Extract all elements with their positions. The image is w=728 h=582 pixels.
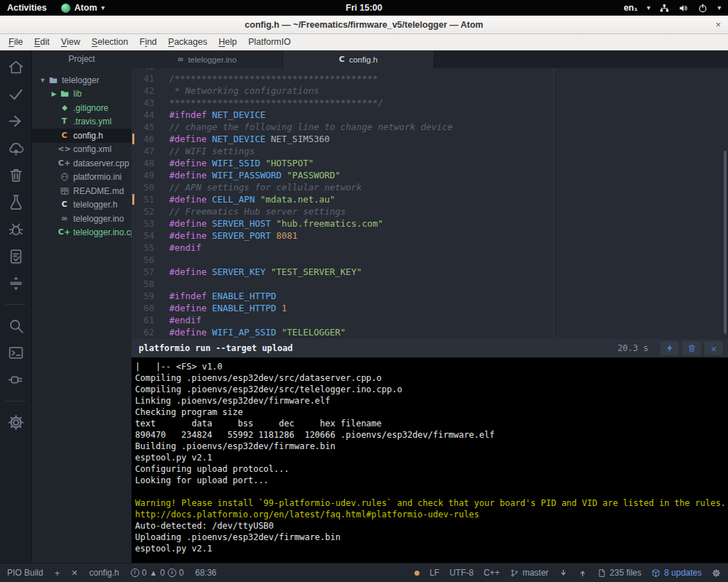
terminal-icon[interactable]: [7, 344, 25, 362]
power-icon[interactable]: [697, 3, 708, 14]
cursor-position[interactable]: 68:36: [196, 568, 217, 578]
line-number: 53: [132, 217, 166, 230]
menu-item-file[interactable]: File: [3, 34, 28, 50]
close-terminal-button[interactable]: ✕: [71, 568, 77, 578]
close-window-button[interactable]: ×: [715, 16, 721, 33]
line-number: 44: [132, 109, 166, 121]
add-terminal-button[interactable]: +: [55, 568, 60, 578]
tab-config.h[interactable]: C config.h: [283, 50, 434, 68]
file-icon: [597, 568, 606, 578]
current-file-name[interactable]: config.h: [90, 568, 119, 578]
tree-item-config.h[interactable]: C config.h: [32, 129, 132, 143]
line-number: 54: [132, 230, 166, 242]
checks-icon[interactable]: [7, 247, 25, 265]
remote-icon[interactable]: [7, 139, 25, 157]
terminal-close-button[interactable]: ✕: [705, 341, 723, 355]
tree-item-config.xml[interactable]: <> config.xml: [32, 143, 132, 157]
diagnostics-summary[interactable]: ! 0 ▲ 0 i 0: [131, 568, 184, 578]
test-icon[interactable]: [7, 193, 25, 211]
menu-item-view[interactable]: View: [55, 34, 86, 50]
platformio-toolbar: [0, 50, 32, 563]
menu-item-platformio[interactable]: PlatformIO: [242, 34, 296, 50]
git-modified-marker: [132, 134, 134, 144]
menu-item-find[interactable]: Find: [134, 34, 162, 50]
line-number: 61: [132, 314, 166, 326]
terminal-line: | |-- <FS> v1.0: [135, 361, 728, 372]
keyboard-layout[interactable]: en₁: [623, 3, 638, 13]
upload-icon[interactable]: [7, 112, 25, 130]
menu-item-help[interactable]: Help: [213, 34, 242, 50]
gnome-top-bar: Activities Atom ▾ Fri 15:00 en₁ ▾ ▾: [0, 0, 728, 16]
git-modified-marker: [132, 194, 134, 205]
file-count[interactable]: 235 files: [597, 568, 642, 578]
home-icon[interactable]: [7, 58, 25, 76]
line-ending-selector[interactable]: LF: [429, 568, 439, 578]
terminal-line: Warning! Please install `99-platformio-u…: [135, 497, 728, 509]
menu-item-packages[interactable]: Packages: [163, 34, 213, 50]
menu-item-edit[interactable]: Edit: [28, 34, 55, 50]
build-icon[interactable]: [7, 85, 25, 103]
resize-icon[interactable]: [7, 274, 25, 292]
grammar-selector[interactable]: C++: [483, 568, 500, 578]
tree-item-.gitignore[interactable]: .gitignore: [32, 101, 132, 115]
window-title-bar[interactable]: config.h — ~/Freematics/firmware_v5/tele…: [0, 16, 728, 34]
terminal-line: Compiling .pioenvs/esp32dev/src/dataserv…: [135, 372, 728, 384]
tree-item-.travis.yml[interactable]: T .travis.yml: [32, 115, 132, 129]
git-branch[interactable]: master: [510, 568, 549, 578]
terminal-selector[interactable]: PIO Build: [7, 568, 43, 578]
terminal-trash-button[interactable]: [682, 341, 701, 355]
tree-item-platformio.ini[interactable]: platformio.ini: [32, 171, 132, 185]
md-file-icon: [59, 186, 70, 196]
terminal-line: Auto-detected: /dev/ttyUSB0: [135, 520, 728, 532]
settings-icon[interactable]: [7, 414, 25, 431]
chevron-down-icon: ▾: [102, 4, 105, 11]
tree-item-dataserver.cpp[interactable]: C+ dataserver.cpp: [32, 156, 132, 171]
menu-item-selection[interactable]: Selection: [86, 34, 134, 50]
status-bar: PIO Build + ✕ config.h ! 0 ▲ 0 i 0 68:36…: [0, 563, 728, 582]
activities-button[interactable]: Activities: [7, 3, 47, 13]
terminal-output[interactable]: | |-- <FS> v1.0Compiling .pioenvs/esp32d…: [132, 357, 728, 563]
git-pull-icon[interactable]: [559, 568, 568, 578]
line-number: 47: [132, 145, 166, 157]
updates-button[interactable]: 8 updates: [651, 568, 702, 578]
terminal-bolt-button[interactable]: [660, 341, 679, 355]
c-file-icon: C: [59, 200, 70, 210]
line-number: 48: [132, 157, 166, 169]
error-icon: !: [131, 568, 139, 577]
code-line-45: 45 // change the following line to chang…: [132, 121, 728, 133]
clean-icon[interactable]: [7, 166, 25, 184]
search-icon[interactable]: [7, 317, 25, 335]
line-number: 50: [132, 181, 166, 193]
tree-item-lib[interactable]: ▶ lib: [32, 87, 132, 102]
tab-telelogger.ino[interactable]: ∞ telelogger.ino: [132, 50, 283, 68]
branch-icon: [510, 568, 519, 578]
code-line-54: 54 #define SERVER_PORT 8081: [132, 230, 728, 242]
tree-item-telelogger[interactable]: ▼ telelogger: [32, 73, 132, 87]
line-number: 42: [132, 85, 166, 97]
line-number: 51: [132, 193, 166, 205]
terminal-line: Configuring upload protocol...: [135, 463, 728, 475]
code-editor[interactable]: 40 41 /*********************************…: [132, 68, 728, 339]
system-tray[interactable]: en₁ ▾ ▾: [623, 3, 728, 14]
window-title: config.h — ~/Freematics/firmware_v5/tele…: [0, 20, 728, 30]
chevron-down-icon: ▾: [717, 4, 721, 11]
settings-gear-icon[interactable]: [712, 568, 721, 578]
tree-item-telelogger.ino.cpp[interactable]: C+ telelogger.ino.cpp: [32, 226, 132, 240]
tree-item-telelogger.ino[interactable]: ∞ telelogger.ino: [32, 212, 132, 226]
encoding-selector[interactable]: UTF-8: [449, 568, 473, 578]
tree-item-telelogger.h[interactable]: C telelogger.h: [32, 198, 132, 212]
code-line-60: 60 #define ENABLE_HTTPD 1: [132, 302, 728, 314]
git-push-icon[interactable]: [578, 568, 587, 578]
debug-icon[interactable]: [7, 220, 25, 238]
volume-icon[interactable]: [678, 3, 689, 14]
editor-scrollbar[interactable]: [724, 151, 727, 334]
tree-item-README.md[interactable]: README.md: [32, 184, 132, 198]
line-number: 59: [132, 290, 166, 302]
app-menu[interactable]: Atom ▾: [61, 3, 105, 13]
chevron-down-icon: ▾: [647, 4, 651, 11]
clock[interactable]: Fri 15:00: [0, 3, 728, 13]
network-icon[interactable]: [659, 3, 670, 14]
terminal-line: esptool.py v2.1: [135, 543, 728, 554]
serial-icon[interactable]: [7, 371, 25, 389]
code-line-51: 51 #define CELL_APN "mdata.net.au": [132, 193, 728, 205]
